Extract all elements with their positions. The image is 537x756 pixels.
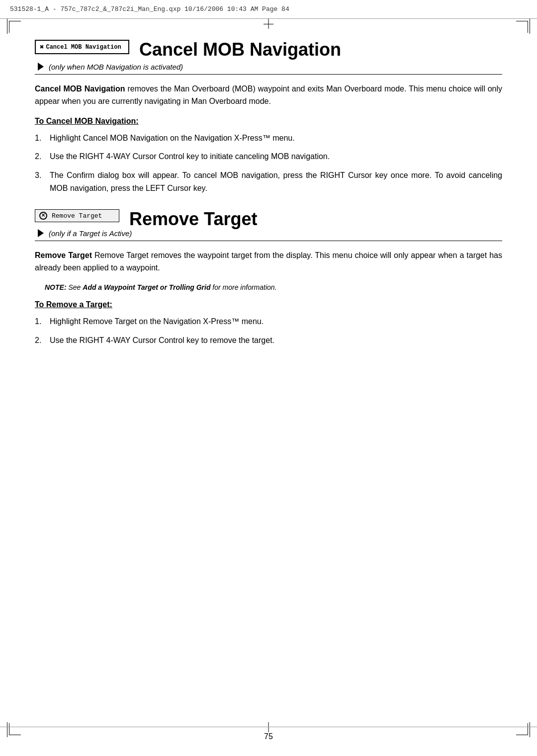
- step-number-2: 2.: [35, 150, 50, 163]
- cancel-mob-subtitle-row: (only when MOB Navigation is activated): [36, 63, 502, 71]
- rt-step-number-1: 1.: [35, 315, 50, 328]
- remove-target-steps-list: 1. Highlight Remove Target on the Naviga…: [35, 315, 502, 346]
- right-margin-top: [530, 19, 530, 34]
- cancel-mob-subheading: To Cancel MOB Navigation:: [35, 117, 502, 126]
- note-text: NOTE: See Add a Waypoint Target or Troll…: [45, 283, 502, 291]
- cancel-mob-steps-list: 1. Highlight Cancel MOB Navigation on th…: [35, 132, 502, 194]
- header-text: 531528-1_A - 757c_787c2_&_787c2i_Man_Eng…: [10, 5, 289, 13]
- remove-target-icon: [39, 212, 47, 220]
- rt-step-number-2: 2.: [35, 334, 50, 347]
- cancel-mob-step-1-text: Highlight Cancel MOB Navigation on the N…: [50, 132, 502, 145]
- note-end-text: for more information.: [212, 283, 276, 291]
- crosshair-top-h: [264, 24, 273, 24]
- cancel-mob-step-3-text: The Confirm dialog box will appear. To c…: [50, 169, 502, 194]
- remove-target-step-2: 2. Use the RIGHT 4-WAY Cursor Control ke…: [35, 334, 502, 347]
- remove-target-body-text: Remove Target removes the waypoint targe…: [35, 251, 502, 272]
- step-number-1: 1.: [35, 132, 50, 145]
- cancel-mob-button: ✖ Cancel MOB Navigation: [35, 40, 129, 54]
- note-label-strong: NOTE:: [45, 283, 67, 291]
- cancel-mob-step-3: 3. The Confirm dialog box will appear. T…: [35, 169, 502, 194]
- remove-target-subtitle: (only if a Target is Active): [49, 229, 132, 238]
- header-bar: 531528-1_A - 757c_787c2_&_787c2i_Man_Eng…: [0, 0, 537, 19]
- cancel-mob-step-2: 2. Use the RIGHT 4-WAY Cursor Control ke…: [35, 150, 502, 163]
- remove-target-arrow-icon: [38, 229, 44, 237]
- remove-target-step-2-text: Use the RIGHT 4-WAY Cursor Control key t…: [50, 334, 502, 347]
- remove-target-body: Remove Target Remove Target removes the …: [35, 249, 502, 274]
- cancel-mob-header: ✖ Cancel MOB Navigation Cancel MOB Navig…: [35, 40, 502, 60]
- note-bold-italic: Add a Waypoint Target or Trolling Grid: [83, 283, 210, 291]
- remove-target-button: Remove Target: [35, 209, 119, 222]
- footer: 75: [0, 727, 537, 741]
- remove-target-subheading: To Remove a Target:: [35, 300, 502, 309]
- note-label: NOTE: See: [45, 283, 83, 291]
- cancel-mob-arrow-icon: [38, 63, 44, 71]
- cancel-mob-button-label: Cancel MOB Navigation: [46, 44, 121, 51]
- remove-target-subtitle-row: (only if a Target is Active): [36, 229, 502, 238]
- cancel-mob-divider: [35, 74, 502, 75]
- main-content: ✖ Cancel MOB Navigation Cancel MOB Navig…: [35, 30, 502, 726]
- cancel-mob-body: Cancel MOB Navigation removes the Man Ov…: [35, 83, 502, 108]
- page-container: 531528-1_A - 757c_787c2_&_787c2i_Man_Eng…: [0, 0, 537, 756]
- remove-target-step-1: 1. Highlight Remove Target on the Naviga…: [35, 315, 502, 328]
- remove-target-header: Remove Target Remove Target: [35, 209, 502, 229]
- cancel-mob-body-bold: Cancel MOB Navigation: [35, 84, 125, 93]
- page-number: 75: [264, 732, 273, 741]
- cancel-mob-step-1: 1. Highlight Cancel MOB Navigation on th…: [35, 132, 502, 145]
- remove-target-button-label: Remove Target: [52, 212, 102, 220]
- step-number-3: 3.: [35, 169, 50, 182]
- remove-target-section: Remove Target Remove Target (only if a T…: [35, 209, 502, 346]
- cancel-mob-title: Cancel MOB Navigation: [139, 40, 341, 60]
- remove-target-title: Remove Target: [129, 209, 257, 229]
- note-bold-text: Add a Waypoint Target or Trolling Grid: [83, 283, 210, 291]
- cancel-mob-subtitle: (only when MOB Navigation is activated): [49, 63, 183, 71]
- corner-mark-top-left: [9, 21, 21, 33]
- remove-target-divider: [35, 241, 502, 241]
- corner-mark-top-right: [516, 21, 528, 33]
- cancel-mob-step-2-text: Use the RIGHT 4-WAY Cursor Control key t…: [50, 150, 502, 163]
- left-margin-top: [7, 19, 7, 34]
- remove-target-body-bold: Remove Target: [35, 251, 92, 259]
- cancel-mob-icon: ✖: [40, 43, 44, 51]
- remove-target-step-1-text: Highlight Remove Target on the Navigatio…: [50, 315, 502, 328]
